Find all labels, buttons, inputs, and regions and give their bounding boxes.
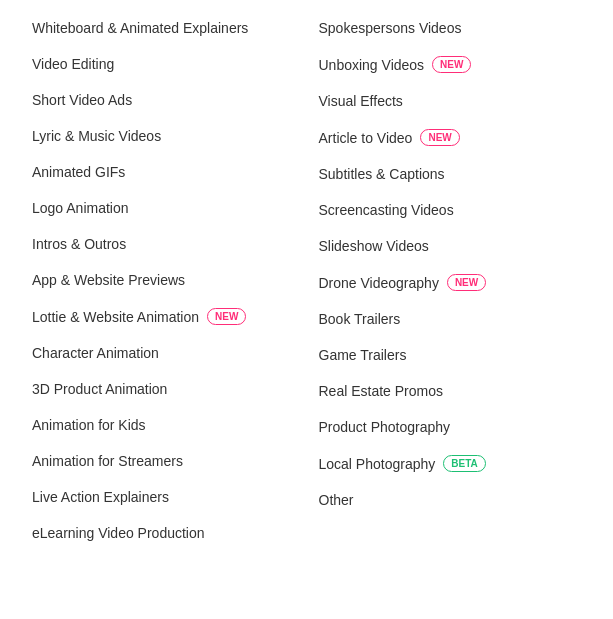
menu-item-whiteboard[interactable]: Whiteboard & Animated Explainers	[20, 10, 307, 46]
menu-item-label: Visual Effects	[319, 93, 403, 109]
menu-item-label: Screencasting Videos	[319, 202, 454, 218]
menu-item-label: Character Animation	[32, 345, 159, 361]
menu-item-app-website[interactable]: App & Website Previews	[20, 262, 307, 298]
menu-item-lyric-music[interactable]: Lyric & Music Videos	[20, 118, 307, 154]
menu-item-local-photography[interactable]: Local PhotographyBETA	[307, 445, 594, 482]
menu-item-label: Spokespersons Videos	[319, 20, 462, 36]
menu-item-label: Other	[319, 492, 354, 508]
menu-item-label: Intros & Outros	[32, 236, 126, 252]
menu-item-drone[interactable]: Drone VideographyNEW	[307, 264, 594, 301]
menu-item-animation-kids[interactable]: Animation for Kids	[20, 407, 307, 443]
menu-item-label: Logo Animation	[32, 200, 129, 216]
menu-item-label: Lyric & Music Videos	[32, 128, 161, 144]
menu-item-badge: NEW	[420, 129, 459, 146]
menu-item-label: Book Trailers	[319, 311, 401, 327]
menu-item-label: Product Photography	[319, 419, 451, 435]
menu-item-label: eLearning Video Production	[32, 525, 205, 541]
menu-item-lottie[interactable]: Lottie & Website AnimationNEW	[20, 298, 307, 335]
menu-item-animated-gifs[interactable]: Animated GIFs	[20, 154, 307, 190]
menu-item-label: Real Estate Promos	[319, 383, 444, 399]
menu-item-character-animation[interactable]: Character Animation	[20, 335, 307, 371]
menu-item-label: Game Trailers	[319, 347, 407, 363]
menu-item-visual-effects[interactable]: Visual Effects	[307, 83, 594, 119]
menu-item-game-trailers[interactable]: Game Trailers	[307, 337, 594, 373]
right-column: Spokespersons VideosUnboxing VideosNEWVi…	[307, 10, 594, 551]
left-column: Whiteboard & Animated ExplainersVideo Ed…	[20, 10, 307, 551]
menu-item-subtitles[interactable]: Subtitles & Captions	[307, 156, 594, 192]
menu-item-real-estate[interactable]: Real Estate Promos	[307, 373, 594, 409]
menu-item-unboxing[interactable]: Unboxing VideosNEW	[307, 46, 594, 83]
menu-item-label: 3D Product Animation	[32, 381, 167, 397]
menu-item-label: Animation for Streamers	[32, 453, 183, 469]
menu-grid: Whiteboard & Animated ExplainersVideo Ed…	[20, 10, 593, 551]
menu-item-screencasting[interactable]: Screencasting Videos	[307, 192, 594, 228]
menu-item-spokespersons[interactable]: Spokespersons Videos	[307, 10, 594, 46]
menu-item-label: Animation for Kids	[32, 417, 146, 433]
menu-item-badge: NEW	[207, 308, 246, 325]
menu-item-label: Short Video Ads	[32, 92, 132, 108]
menu-item-slideshow[interactable]: Slideshow Videos	[307, 228, 594, 264]
menu-item-book-trailers[interactable]: Book Trailers	[307, 301, 594, 337]
menu-item-label: Video Editing	[32, 56, 114, 72]
menu-item-label: Drone Videography	[319, 275, 439, 291]
menu-item-badge: NEW	[432, 56, 471, 73]
menu-item-label: Lottie & Website Animation	[32, 309, 199, 325]
menu-item-label: Slideshow Videos	[319, 238, 429, 254]
menu-item-label: Local Photography	[319, 456, 436, 472]
menu-item-video-editing[interactable]: Video Editing	[20, 46, 307, 82]
menu-item-3d-product[interactable]: 3D Product Animation	[20, 371, 307, 407]
menu-item-label: Live Action Explainers	[32, 489, 169, 505]
menu-item-label: Article to Video	[319, 130, 413, 146]
menu-item-article-to-video[interactable]: Article to VideoNEW	[307, 119, 594, 156]
menu-item-label: Subtitles & Captions	[319, 166, 445, 182]
menu-item-animation-streamers[interactable]: Animation for Streamers	[20, 443, 307, 479]
menu-item-badge: NEW	[447, 274, 486, 291]
menu-item-label: Whiteboard & Animated Explainers	[32, 20, 248, 36]
menu-item-short-video-ads[interactable]: Short Video Ads	[20, 82, 307, 118]
menu-item-other[interactable]: Other	[307, 482, 594, 518]
menu-item-live-action[interactable]: Live Action Explainers	[20, 479, 307, 515]
menu-item-badge: BETA	[443, 455, 485, 472]
menu-item-label: Animated GIFs	[32, 164, 125, 180]
menu-item-logo-animation[interactable]: Logo Animation	[20, 190, 307, 226]
menu-item-product-photography[interactable]: Product Photography	[307, 409, 594, 445]
menu-item-elearning[interactable]: eLearning Video Production	[20, 515, 307, 551]
menu-item-intros-outros[interactable]: Intros & Outros	[20, 226, 307, 262]
menu-item-label: Unboxing Videos	[319, 57, 425, 73]
menu-item-label: App & Website Previews	[32, 272, 185, 288]
